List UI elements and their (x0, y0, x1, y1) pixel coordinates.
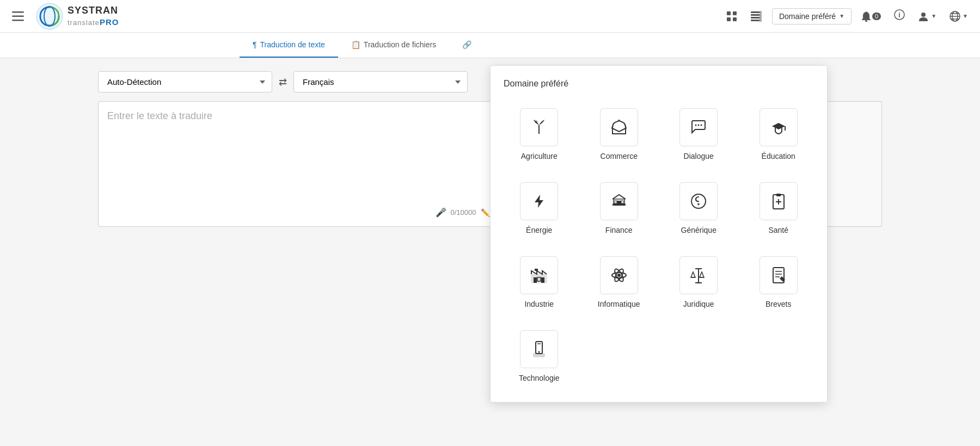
main-area: ¶ Traduction de texte 📋 Traduction de fi… (0, 33, 980, 446)
domain-label-sante: Santé (768, 226, 788, 234)
svg-rect-34 (776, 194, 781, 196)
domain-item-brevets[interactable]: Brevets (743, 250, 814, 315)
domain-label-energie: Énergie (526, 226, 552, 234)
source-language-select[interactable]: Auto-Détection (98, 71, 272, 92)
source-text-input[interactable] (107, 110, 490, 203)
svg-point-17 (921, 13, 926, 17)
svg-rect-28 (617, 201, 621, 203)
domain-label-generique: Générique (681, 226, 716, 234)
contacts-button[interactable] (747, 8, 765, 25)
svg-point-26 (701, 125, 702, 126)
domain-label-dialogue: Dialogue (684, 152, 714, 160)
char-count: 0/10000 (451, 208, 476, 216)
domain-icon-education (759, 108, 798, 146)
domain-item-informatique[interactable]: Informatique (584, 250, 655, 315)
domain-item-juridique[interactable]: Juridique (663, 250, 734, 315)
svg-rect-5 (727, 11, 731, 15)
info-button[interactable]: i (891, 6, 908, 26)
domain-item-technologie[interactable]: Technologie (504, 324, 575, 389)
svg-point-24 (695, 125, 697, 126)
target-language-select[interactable]: Français (293, 71, 468, 92)
domain-item-dialogue[interactable]: Dialogue (663, 102, 734, 167)
tab-link-translation[interactable]: 🔗 (449, 33, 485, 58)
paragraph-icon: ¶ (253, 40, 257, 49)
language-button[interactable]: ▼ (946, 8, 971, 25)
svg-rect-29 (615, 201, 617, 203)
source-footer: 🎤 0/10000 ✏️ (107, 207, 490, 218)
domain-item-sante[interactable]: Santé (743, 176, 814, 241)
logo: SYSTRANtranslatePRO (36, 3, 119, 30)
domain-icon-informatique (600, 256, 638, 294)
svg-point-14 (865, 20, 867, 22)
domain-label-commerce: Commerce (601, 152, 638, 160)
domain-item-finance[interactable]: Finance (584, 176, 655, 241)
svg-rect-39 (541, 277, 544, 283)
domain-icon-industrie (520, 256, 558, 294)
svg-rect-7 (727, 17, 731, 21)
domain-label-informatique: Informatique (598, 300, 640, 308)
domain-icon-technologie (520, 330, 558, 368)
domain-popup: Domaine préféré Agriculture (490, 65, 828, 402)
domain-icon-energie (520, 182, 558, 220)
domain-label-technologie: Technologie (519, 374, 560, 382)
domain-icon-agriculture (520, 108, 558, 146)
topnav: SYSTRANtranslatePRO Domaine (0, 0, 980, 33)
domain-popup-title: Domaine préféré (504, 79, 814, 89)
edit-icon[interactable]: ✏️ (481, 208, 490, 217)
domain-icon-generique (679, 182, 718, 220)
domain-icon-finance (600, 182, 638, 220)
svg-text:i: i (899, 11, 901, 19)
domain-item-commerce[interactable]: Commerce (584, 102, 655, 167)
notification-count: 0 (872, 13, 881, 20)
nav-right: Domaine préféré ▼ 0 i ▼ (723, 6, 971, 26)
tab-file-translation[interactable]: 📋 Traduction de fichiers (338, 33, 449, 58)
svg-point-45 (617, 274, 621, 277)
svg-rect-13 (759, 11, 762, 22)
svg-rect-6 (733, 11, 737, 15)
domain-label-education: Éducation (762, 152, 795, 160)
user-button[interactable]: ▼ (915, 8, 940, 25)
tab-text-translation[interactable]: ¶ Traduction de texte (240, 33, 338, 58)
domain-icon-dialogue (679, 108, 718, 146)
svg-rect-30 (621, 201, 623, 203)
domain-icon-brevets (759, 256, 798, 294)
notification-button[interactable]: 0 (858, 8, 884, 25)
domain-label-juridique: Juridique (683, 300, 714, 308)
svg-rect-0 (12, 11, 24, 13)
domain-dropdown[interactable]: Domaine préféré ▼ (772, 8, 852, 24)
domain-icon-commerce (600, 108, 638, 146)
domain-item-generique[interactable]: Générique (663, 176, 734, 241)
domain-label: Domaine préféré (779, 12, 836, 21)
svg-rect-1 (12, 15, 24, 17)
domain-icon-juridique (679, 256, 718, 294)
domain-item-agriculture[interactable]: Agriculture (504, 102, 575, 167)
hamburger-button[interactable] (9, 8, 27, 24)
svg-rect-2 (12, 20, 24, 21)
svg-rect-38 (534, 277, 537, 283)
domain-label-finance: Finance (605, 226, 633, 234)
grid-button[interactable] (723, 8, 740, 25)
domain-item-industrie[interactable]: Industrie (504, 250, 575, 315)
domain-label-brevets: Brevets (765, 300, 791, 308)
tabs-row: ¶ Traduction de texte 📋 Traduction de fi… (0, 33, 980, 58)
domain-item-education[interactable]: Éducation (743, 102, 814, 167)
logo-text: SYSTRANtranslatePRO (68, 5, 119, 28)
chevron-down-icon: ▼ (839, 13, 844, 19)
source-text-box: 🎤 0/10000 ✏️ (98, 101, 499, 227)
svg-rect-8 (733, 17, 737, 21)
svg-rect-57 (534, 354, 544, 357)
file-icon: 📋 (351, 40, 360, 49)
svg-point-25 (698, 125, 700, 126)
svg-rect-41 (535, 269, 538, 271)
domain-item-energie[interactable]: Énergie (504, 176, 575, 241)
microphone-icon[interactable]: 🎤 (436, 207, 446, 218)
domain-label-industrie: Industrie (524, 300, 554, 308)
swap-languages-icon[interactable]: ⇄ (279, 76, 287, 88)
svg-point-32 (697, 203, 700, 206)
user-chevron-icon: ▼ (931, 13, 936, 19)
svg-point-55 (538, 351, 540, 353)
svg-point-23 (535, 121, 538, 123)
domain-label-agriculture: Agriculture (521, 152, 558, 160)
domain-icon-sante (759, 182, 798, 220)
link-icon: 🔗 (462, 40, 471, 49)
